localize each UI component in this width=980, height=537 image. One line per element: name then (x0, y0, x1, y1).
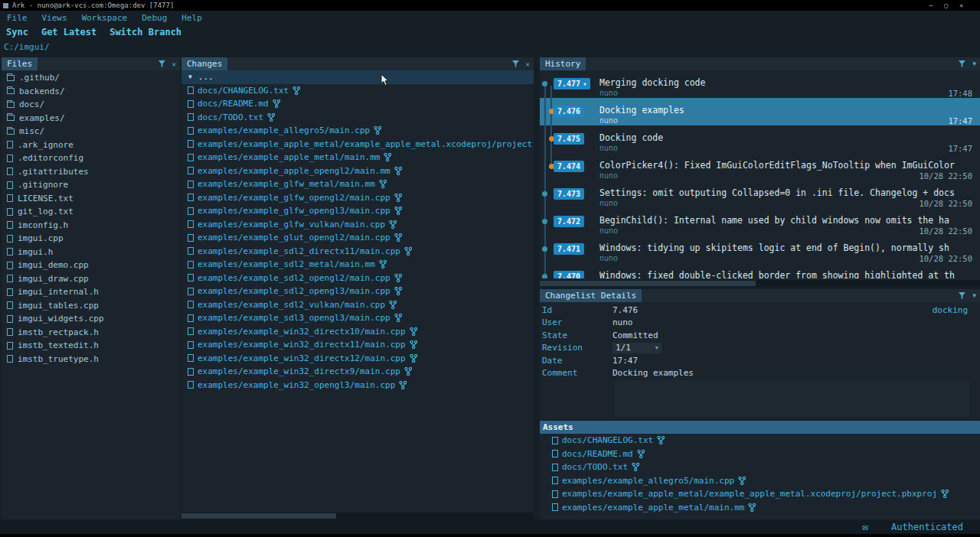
file-tree-item[interactable]: examples/ (2, 112, 180, 125)
changed-file-row[interactable]: examples/example_win32_directx11/main.cp… (181, 338, 534, 352)
changeset-badge[interactable]: 7.473 (554, 188, 584, 200)
toolbar-get-latest[interactable]: Get Latest (41, 27, 96, 37)
changed-file-row[interactable]: docs/README.md (181, 97, 534, 111)
history-row[interactable]: 7.471 Windows: tidying up skipitems logi… (540, 236, 980, 263)
menu-item-views[interactable]: Views (42, 13, 67, 23)
toolbar-sync[interactable]: Sync (6, 27, 28, 37)
toolbar-switch-branch[interactable]: Switch Branch (109, 27, 181, 37)
changed-file-row[interactable]: examples/example_sdl2_directx11/main.cpp (181, 245, 534, 259)
file-tree-item[interactable]: imconfig.h (2, 219, 180, 233)
changed-file-row[interactable]: docs/TODO.txt (181, 111, 534, 125)
changed-file-row[interactable]: examples/example_sdl3_opengl3/main.cpp (181, 311, 534, 325)
changed-file-row[interactable]: examples/example_win32_directx10/main.cp… (181, 325, 534, 339)
asset-row[interactable]: docs/CHANGELOG.txt (540, 434, 980, 447)
changeset-badge[interactable]: 7.477▼ (554, 78, 590, 90)
file-tree-item[interactable]: .gitattributes (2, 165, 180, 179)
changed-file-row[interactable]: examples/example_glfw_metal/main.mm (181, 177, 534, 191)
changed-file-row[interactable]: examples/example_sdl2_opengl2/main.cpp (181, 272, 534, 285)
file-tree-item[interactable]: imgui_demo.cpp (2, 259, 180, 272)
changed-file-row[interactable]: examples/example_sdl2_opengl3/main.cpp (181, 285, 534, 298)
assets-panel-header[interactable]: Assets (540, 421, 980, 434)
history-row[interactable]: 7.473 Settings: omit outputing Collapsed… (540, 181, 980, 208)
asset-row[interactable]: examples/example_apple_metal/example_app… (540, 487, 980, 501)
filter-icon[interactable] (512, 60, 519, 67)
changed-file-row[interactable]: examples/example_win32_directx9/main.cpp (181, 365, 534, 379)
file-tree-item[interactable]: .ark_ignore (2, 138, 180, 152)
menu-item-debug[interactable]: Debug (142, 13, 167, 23)
history-row[interactable]: 7.475 Docking code nuno 17:47 (540, 125, 980, 153)
changed-file-row[interactable]: examples/example_sdl2_vulkan/main.cpp (181, 298, 534, 312)
close-icon[interactable]: ✕ (526, 60, 530, 68)
menu-item-file[interactable]: File (7, 13, 28, 23)
changed-file-row[interactable]: examples/example_glut_opengl2/main.cpp (181, 231, 534, 245)
chevron-down-icon[interactable]: ▼ (583, 81, 586, 86)
menu-item-help[interactable]: Help (181, 13, 202, 23)
history-row[interactable]: 7.472 BeginChild(): Internal name used b… (540, 208, 980, 236)
file-tree-item[interactable]: imstb_rectpack.h (2, 326, 180, 340)
changes-panel-title[interactable]: Changes (181, 57, 227, 70)
comment-box[interactable] (615, 380, 969, 417)
history-row[interactable]: 7.477▼ Merging docking code nuno 17:48 (540, 70, 980, 98)
changed-file-row[interactable]: examples/example_apple_opengl2/main.mm (181, 164, 534, 178)
file-tree-item[interactable]: imstb_truetype.h (2, 353, 180, 366)
file-tree-item[interactable]: .editorconfig (2, 151, 180, 165)
changed-file-row[interactable]: examples/example_sdl2_metal/main.mm (181, 258, 534, 272)
changed-file-row[interactable]: examples/example_allegro5/main.cpp (181, 124, 534, 138)
changed-file-row[interactable]: examples/example_apple_metal/example_app… (181, 138, 534, 151)
file-tree-item[interactable]: imgui_draw.cpp (2, 272, 180, 286)
file-tree-item[interactable]: imgui.cpp (2, 232, 180, 246)
changed-file-row[interactable]: examples/example_apple_metal/main.mm (181, 151, 534, 164)
filter-icon[interactable] (959, 292, 965, 299)
history-row[interactable]: 7.470 Windows: fixed double-clicked bord… (540, 263, 980, 278)
asset-row[interactable]: examples/example_allegro5/main.cpp (540, 474, 980, 488)
file-tree-item[interactable]: LICENSE.txt (2, 192, 180, 206)
history-row[interactable]: 7.476 Docking examples nuno 17:47 (540, 98, 980, 125)
changed-file-row[interactable]: examples/example_win32_directx12/main.cp… (181, 352, 534, 366)
changeset-badge[interactable]: 7.471 (554, 243, 584, 255)
chevron-down-icon[interactable]: ▼ (972, 292, 976, 299)
chevron-down-icon[interactable]: ▼ (972, 60, 976, 67)
minimize-icon[interactable]: — (929, 2, 933, 9)
changed-file-row[interactable]: examples/example_glfw_opengl2/main.cpp (181, 191, 534, 205)
revision-select[interactable]: 1/1▼ (612, 343, 662, 353)
changeset-badge[interactable]: 7.474 (554, 161, 584, 172)
file-tree-item[interactable]: imgui_internal.h (2, 285, 180, 299)
filter-icon[interactable] (158, 60, 165, 67)
file-tree-item[interactable]: .gitignore (2, 178, 180, 192)
changes-root-row[interactable]: ▼ ... (181, 70, 534, 84)
close-icon[interactable]: ✕ (959, 2, 963, 9)
scrollbar-thumb[interactable] (181, 513, 336, 519)
file-tree-item[interactable]: backends/ (2, 85, 180, 99)
mail-icon[interactable]: ✉ (862, 521, 868, 532)
details-panel-title[interactable]: Changelist Details (540, 289, 642, 302)
scrollbar-thumb[interactable] (540, 281, 756, 286)
changed-file-row[interactable]: docs/CHANGELOG.txt (181, 84, 534, 98)
file-tree-item[interactable]: git_log.txt (2, 205, 180, 219)
chevron-down-icon[interactable]: ▼ (655, 345, 658, 351)
file-tree-item[interactable]: imgui.h (2, 246, 180, 259)
file-tree-item[interactable]: .github/ (2, 71, 180, 85)
file-tree-item[interactable]: imstb_textedit.h (2, 339, 180, 353)
maximize-icon[interactable]: ▢ (944, 2, 948, 9)
file-tree-item[interactable]: imgui_tables.cpp (2, 299, 180, 313)
horizontal-scrollbar[interactable] (181, 513, 534, 519)
asset-row[interactable]: docs/README.md (540, 447, 980, 461)
horizontal-scrollbar[interactable] (540, 280, 980, 287)
history-panel-title[interactable]: History (540, 57, 586, 70)
asset-row[interactable]: examples/example_apple_metal/main.mm (540, 501, 980, 515)
menu-item-workspace[interactable]: Workspace (82, 13, 128, 23)
changeset-badge[interactable]: 7.470 (554, 271, 584, 278)
changed-file-row[interactable]: examples/example_win32_opengl3/main.cpp (181, 379, 534, 392)
changeset-badge[interactable]: 7.476 (554, 106, 584, 117)
changeset-badge[interactable]: 7.475 (554, 133, 584, 145)
asset-row[interactable]: docs/TODO.txt (540, 461, 980, 474)
files-panel-title[interactable]: Files (2, 57, 38, 70)
file-tree-item[interactable]: docs/ (2, 98, 180, 112)
filter-icon[interactable] (959, 60, 965, 67)
file-tree-item[interactable]: imgui_widgets.cpp (2, 312, 180, 326)
changed-file-row[interactable]: examples/example_glfw_vulkan/main.cpp (181, 218, 534, 232)
file-tree-item[interactable]: misc/ (2, 125, 180, 138)
history-row[interactable]: 7.474 ColorPicker4(): Fixed ImGuiColorEd… (540, 153, 980, 181)
changeset-badge[interactable]: 7.472 (554, 216, 584, 227)
changed-file-row[interactable]: examples/example_glfw_opengl3/main.cpp (181, 204, 534, 218)
